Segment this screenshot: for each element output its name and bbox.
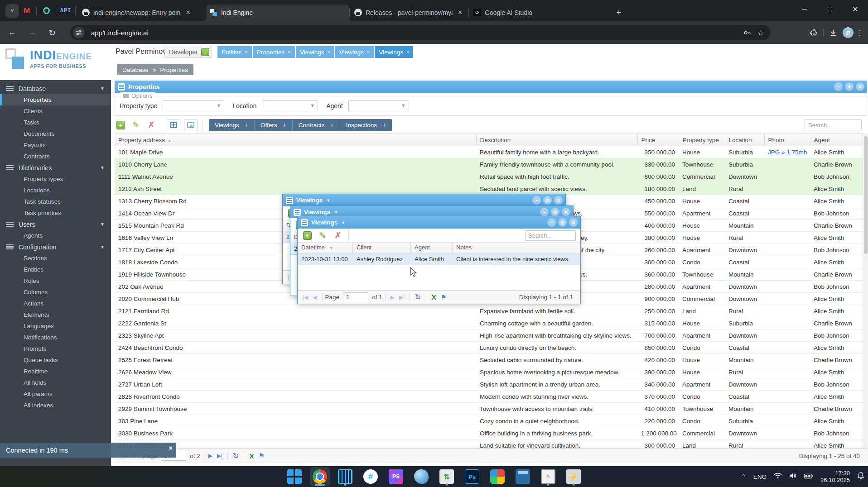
sidebar-item[interactable]: Task statuses ▼ [0, 196, 111, 207]
cell-location[interactable]: Downtown [725, 329, 764, 342]
cell-address[interactable]: 303 Pine Lane [115, 415, 476, 427]
cell-location[interactable]: Coastal [725, 391, 764, 403]
cell-description[interactable]: Secluded land parcel with scenic views. [476, 183, 637, 195]
tab-close-icon[interactable]: ✕ [456, 9, 464, 17]
cell-agent[interactable]: Alice Smith [411, 253, 453, 265]
address-bar[interactable]: app1.indi-engine.ai ☆ [70, 25, 770, 40]
cell-description[interactable]: Retail space with high foot traffic. [476, 171, 637, 183]
sidebar-item[interactable]: Entities ▼ [0, 264, 111, 275]
cell-property-type[interactable]: House [679, 366, 725, 378]
table-row[interactable]: 2222 Gardenia St Charming cottage with a… [115, 317, 867, 329]
cell-address[interactable]: 1010 Cherry Lane [115, 158, 476, 171]
cell-photo[interactable] [764, 305, 810, 317]
relation-tab[interactable]: Offers + [255, 119, 293, 131]
browser-tab-github-releases[interactable]: Releases · pavel-perminov/myap ✕ [350, 5, 468, 21]
cell-price[interactable]: 600 000.00 [637, 171, 679, 183]
sidebar-item[interactable]: Configuration ▼ [0, 241, 111, 253]
cell-description[interactable]: Land suitable for vineyard cultivation. [476, 439, 637, 449]
sidebar-item[interactable]: Database ▼ [0, 83, 111, 94]
indi-engine-logo[interactable]: INDIENGINE APPS FOR BUSINESS [5, 46, 109, 78]
window-close-button[interactable]: ✕ [843, 0, 868, 18]
sidebar-item[interactable]: Languages ▼ [0, 320, 111, 332]
agent-select[interactable]: ▼ [348, 100, 409, 111]
popup-title-bar[interactable]: Viewings ▼ −⊘✕ [298, 216, 580, 229]
taskbar-clock[interactable]: 17:30 26.10.2025 [820, 470, 850, 483]
delete-row-button[interactable]: ✗ [332, 229, 344, 241]
cell-address[interactable]: 2525 Forest Retreat [115, 354, 476, 366]
back-button[interactable]: ← [5, 25, 20, 40]
sidebar-item[interactable]: Realtime ▼ [0, 366, 111, 377]
cell-photo[interactable] [764, 232, 810, 244]
cell-location[interactable]: Rural [725, 183, 764, 195]
section-tab[interactable]: Viewings × [296, 46, 334, 58]
new-tab-button[interactable]: + [612, 6, 625, 19]
sidebar-item[interactable]: Columns ▼ [0, 286, 111, 298]
column-header-description[interactable]: Description [476, 134, 637, 146]
table-row[interactable]: 1010 Cherry Lane Family-friendly townhou… [115, 158, 867, 171]
cell-address[interactable]: 2929 Summit Townhouse [115, 403, 476, 415]
viewings-popup-front[interactable]: Viewings ▼ −⊘✕ + ✎ ✗ Datetime ▼ Client A… [297, 216, 581, 304]
popup-minimize-button[interactable]: − [547, 218, 556, 227]
table-row[interactable]: 2424 Beachfront Condo Luxury condo direc… [115, 342, 867, 354]
cell-photo[interactable] [764, 220, 810, 232]
cell-photo[interactable] [764, 158, 810, 171]
sidebar-item[interactable]: All fields ▼ [0, 377, 111, 388]
relation-add-icon[interactable]: + [245, 121, 248, 129]
table-row[interactable]: 101 Maple Drive Beautiful family home wi… [115, 146, 867, 158]
last-page-button[interactable]: ▶| [399, 294, 405, 301]
cell-price[interactable]: 340 000.00 [637, 378, 679, 391]
browser-tab-indi-engine[interactable]: Indi Engine [206, 5, 349, 21]
cell-agent[interactable]: Alice Smith [810, 256, 867, 268]
sidebar-item[interactable]: Notifications ▼ [0, 332, 111, 343]
table-row[interactable]: 2828 Riverfront Condo Modern condo with … [115, 391, 867, 403]
cell-price[interactable]: 900 000.00 [637, 293, 679, 305]
column-header-datetime[interactable]: Datetime ▼ [298, 243, 353, 253]
cell-address[interactable]: 101 Maple Drive [115, 146, 476, 158]
cell-datetime[interactable]: 2023-10-31 13:00 [298, 253, 353, 265]
cell-price[interactable]: 350 000.00 [637, 146, 679, 158]
cell-description[interactable]: Secluded cabin surrounded by nature. [476, 354, 637, 366]
section-tab[interactable]: Viewings × [375, 46, 413, 58]
cell-description[interactable]: Beautiful family home with a large backy… [476, 146, 637, 158]
sidebar-item[interactable]: Elements ▼ [0, 309, 111, 320]
cell-address[interactable]: 2424 Beachfront Condo [115, 342, 476, 354]
column-header-agent[interactable]: Agent [411, 243, 453, 253]
sidebar-item[interactable]: Property types ▼ [0, 173, 111, 185]
column-header-notes[interactable]: Notes [453, 243, 580, 253]
window-minimize-button[interactable] [792, 0, 817, 18]
cell-description[interactable]: Charming cottage with a beautiful garden… [476, 317, 637, 329]
cell-property-type[interactable]: House [679, 232, 725, 244]
section-tab-close-icon[interactable]: × [367, 49, 370, 55]
cell-property-type[interactable]: Townhouse [679, 403, 725, 415]
cell-description[interactable]: Expansive farmland with fertile soil. [476, 305, 637, 317]
cell-photo[interactable] [764, 439, 810, 449]
excel-export-icon[interactable]: X [250, 452, 254, 460]
section-tab-close-icon[interactable]: × [288, 49, 290, 55]
cell-property-type[interactable]: House [679, 195, 725, 207]
pinned-tab-ring[interactable] [39, 3, 54, 19]
cell-location[interactable]: Mountain [725, 403, 764, 415]
chevron-down-icon[interactable]: ▼ [341, 220, 345, 225]
flag-icon[interactable]: ⚑ [259, 452, 265, 460]
section-tab[interactable]: Properties × [253, 46, 295, 58]
cell-description[interactable]: Luxury condo directly on the beach. [476, 342, 637, 354]
flag-icon[interactable]: ⚑ [441, 293, 447, 301]
edit-row-button[interactable]: ✎ [317, 229, 328, 241]
cell-photo[interactable] [764, 268, 810, 281]
sidebar-item[interactable]: Locations ▼ [0, 185, 111, 196]
cell-agent[interactable]: Charlie Brown [810, 158, 867, 171]
sidebar-item[interactable]: Actions ▼ [0, 298, 111, 309]
sidebar-item[interactable]: All params ▼ [0, 388, 111, 400]
relation-add-icon[interactable]: + [283, 121, 286, 129]
cell-price[interactable]: 300 000.00 [637, 439, 679, 449]
cell-agent[interactable]: Bob Johnson [810, 427, 867, 439]
relation-tab[interactable]: Viewings + [209, 119, 255, 131]
password-key-icon[interactable] [740, 26, 754, 39]
table-row[interactable]: 2121 Farmland Rd Expansive farmland with… [115, 305, 867, 317]
cell-location[interactable]: Coastal [725, 256, 764, 268]
cell-description[interactable]: Townhouse with access to mountain trails… [476, 403, 637, 415]
popup-close-button[interactable]: ✕ [562, 208, 570, 216]
cell-photo[interactable] [764, 378, 810, 391]
panel-minimize-button[interactable]: − [834, 82, 843, 91]
forward-button[interactable]: → [24, 25, 40, 40]
